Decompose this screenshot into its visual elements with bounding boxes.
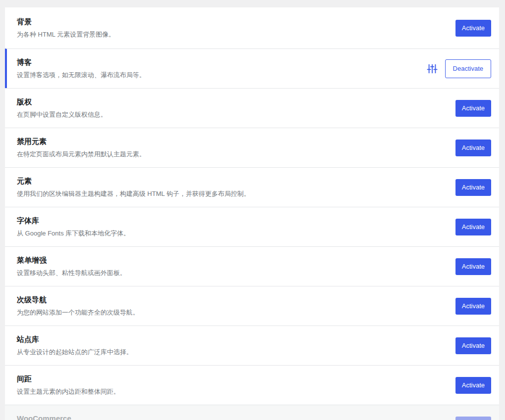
module-title: 次级导航: [17, 295, 139, 305]
module-text: 禁用元素 在特定页面或布局元素内禁用默认主题元素。: [17, 137, 146, 159]
module-text: 元素 使用我们的区块编辑器主题构建器，构建高级 HTML 钩子，并获得更多布局控…: [17, 176, 250, 198]
module-title: 字体库: [17, 216, 130, 226]
module-title: 版权: [17, 97, 107, 107]
activate-button[interactable]: Activate: [455, 20, 491, 37]
activate-button[interactable]: Activate: [455, 298, 491, 315]
module-row-secondary-nav: 次级导航 为您的网站添加一个功能齐全的次级导航。 Activate: [5, 286, 499, 326]
module-row-elements: 元素 使用我们的区块编辑器主题构建器，构建高级 HTML 钩子，并获得更多布局控…: [5, 167, 499, 207]
module-title: WooCommerce: [17, 414, 71, 420]
activate-button[interactable]: Activate: [455, 179, 491, 196]
module-controls: Activate: [455, 219, 491, 235]
activate-button[interactable]: Activate: [455, 140, 491, 156]
module-text: 字体库 从 Google Fonts 库下载和本地化字体。: [17, 216, 130, 238]
module-description: 使用我们的区块编辑器主题构建器，构建高级 HTML 钩子，并获得更多布局控制。: [17, 189, 250, 198]
module-controls: Activate: [455, 298, 491, 315]
module-controls: Activate: [455, 140, 491, 156]
module-text: 次级导航 为您的网站添加一个功能齐全的次级导航。: [17, 295, 139, 317]
module-title: 禁用元素: [17, 137, 146, 146]
module-controls: Activate: [455, 100, 491, 117]
module-description: 为各种 HTML 元素设置背景图像。: [17, 30, 115, 39]
activate-button[interactable]: Activate: [455, 258, 491, 275]
module-description: 从专业设计的起始站点的广泛库中选择。: [17, 348, 133, 357]
activate-button[interactable]: Activate: [455, 377, 491, 394]
activate-button: Activate: [455, 417, 491, 420]
module-description: 为您的网站添加一个功能齐全的次级导航。: [17, 308, 139, 317]
module-title: 间距: [17, 374, 120, 384]
modules-list: 背景 为各种 HTML 元素设置背景图像。 Activate 博客 设置博客选项…: [5, 7, 499, 420]
module-controls: Activate: [455, 20, 491, 37]
settings-sliders-icon[interactable]: [427, 63, 438, 74]
module-row-font-library: 字体库 从 Google Fonts 库下载和本地化字体。 Activate: [5, 207, 499, 246]
module-title: 背景: [17, 17, 115, 27]
module-row-menu-enhancements: 菜单增强 设置移动头部、粘性导航或画外面板。 Activate: [5, 246, 499, 286]
module-text: 版权 在页脚中设置自定义版权信息。: [17, 97, 107, 119]
module-row-site-library: 站点库 从专业设计的起始站点的广泛库中选择。 Activate: [5, 326, 499, 365]
module-controls: Activate: [455, 377, 491, 394]
module-description: 设置博客选项，如无限滚动、瀑布流布局等。: [17, 71, 146, 80]
module-text: 博客 设置博客选项，如无限滚动、瀑布流布局等。: [17, 57, 146, 80]
module-text: 站点库 从专业设计的起始站点的广泛库中选择。: [17, 334, 133, 357]
deactivate-button[interactable]: Deactivate: [445, 59, 491, 78]
module-controls: Activate: [455, 179, 491, 196]
module-title: 菜单增强: [17, 255, 126, 265]
activate-button[interactable]: Activate: [455, 219, 491, 235]
module-text: 菜单增强 设置移动头部、粘性导航或画外面板。: [17, 255, 126, 278]
module-controls: Activate: [455, 337, 491, 354]
module-description: 设置主题元素的内边距和整体间距。: [17, 387, 120, 396]
activate-button[interactable]: Activate: [455, 337, 491, 354]
module-description: 从 Google Fonts 库下载和本地化字体。: [17, 229, 130, 238]
module-controls: Activate: [455, 258, 491, 275]
module-controls: Activate: [455, 417, 491, 420]
module-description: 在特定页面或布局元素内禁用默认主题元素。: [17, 150, 146, 159]
module-row-blog: 博客 设置博客选项，如无限滚动、瀑布流布局等。 Deactivate: [5, 48, 499, 88]
module-row-copyright: 版权 在页脚中设置自定义版权信息。 Activate: [5, 88, 499, 128]
module-text: WooCommerce: [17, 414, 71, 420]
module-description: 在页脚中设置自定义版权信息。: [17, 110, 107, 119]
module-title: 元素: [17, 176, 250, 186]
module-title: 博客: [17, 57, 146, 67]
module-row-spacing: 间距 设置主题元素的内边距和整体间距。 Activate: [5, 365, 499, 405]
module-description: 设置移动头部、粘性导航或画外面板。: [17, 269, 126, 278]
module-text: 间距 设置主题元素的内边距和整体间距。: [17, 374, 120, 396]
module-title: 站点库: [17, 334, 133, 344]
module-row-background: 背景 为各种 HTML 元素设置背景图像。 Activate: [5, 7, 499, 48]
activate-button[interactable]: Activate: [455, 100, 491, 117]
module-row-disable-elements: 禁用元素 在特定页面或布局元素内禁用默认主题元素。 Activate: [5, 128, 499, 167]
module-controls: Deactivate: [427, 59, 491, 78]
module-row-woocommerce: WooCommerce Activate: [5, 405, 499, 420]
module-text: 背景 为各种 HTML 元素设置背景图像。: [17, 17, 115, 39]
